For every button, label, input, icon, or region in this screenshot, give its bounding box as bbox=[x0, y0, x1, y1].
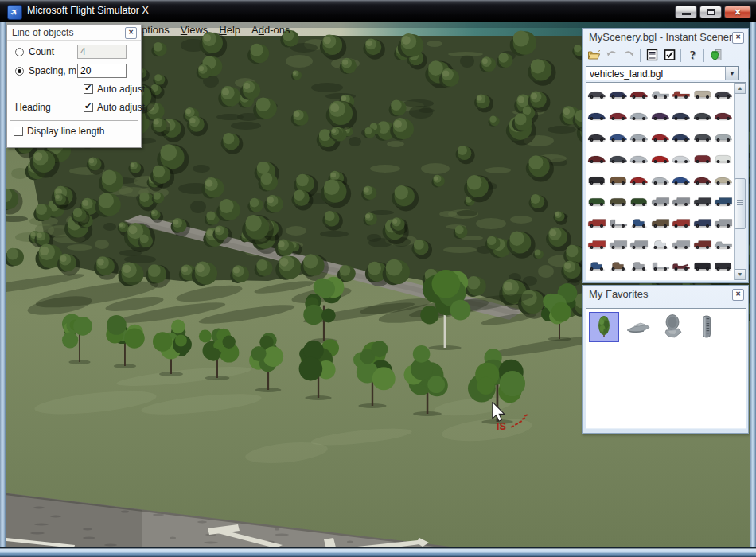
restore-button[interactable] bbox=[699, 6, 722, 18]
spacing-input[interactable] bbox=[77, 64, 127, 78]
vehicle-thumbnail[interactable] bbox=[608, 83, 629, 104]
vehicle-thumbnail[interactable] bbox=[650, 255, 672, 276]
display-length-checkbox[interactable] bbox=[14, 127, 23, 136]
spacing-auto-checkbox[interactable] bbox=[84, 84, 93, 94]
favorite-item-tower[interactable] bbox=[692, 312, 722, 342]
menu-help[interactable]: Help bbox=[213, 22, 246, 38]
vehicle-thumbnail[interactable] bbox=[692, 190, 714, 212]
vehicle-thumbnail[interactable] bbox=[650, 190, 672, 212]
close-button[interactable]: ✕ bbox=[724, 6, 751, 18]
dialog-title-bar[interactable]: Line of objects ✕ bbox=[7, 25, 141, 41]
add-object-icon[interactable] bbox=[707, 46, 724, 64]
vehicle-thumbnail[interactable] bbox=[650, 83, 672, 104]
favorite-item-boat[interactable] bbox=[623, 312, 653, 342]
vehicle-thumbnail[interactable] bbox=[692, 276, 714, 281]
vehicle-thumbnail[interactable] bbox=[671, 83, 692, 104]
vehicle-thumbnail[interactable] bbox=[650, 276, 672, 281]
vehicle-thumbnail[interactable] bbox=[713, 190, 735, 212]
favorites-panel-close-icon[interactable]: ✕ bbox=[732, 289, 744, 301]
vehicle-thumbnail[interactable] bbox=[713, 212, 735, 233]
redo-icon[interactable] bbox=[620, 46, 637, 64]
count-radio[interactable] bbox=[15, 48, 24, 56]
vehicle-thumbnail[interactable] bbox=[650, 169, 672, 190]
object-list-icon[interactable] bbox=[643, 46, 661, 64]
vehicle-thumbnail[interactable] bbox=[608, 233, 629, 255]
vehicle-thumbnail[interactable] bbox=[713, 255, 735, 276]
vehicle-thumbnail[interactable] bbox=[629, 104, 650, 126]
vehicle-thumbnail[interactable] bbox=[586, 147, 608, 169]
vehicle-thumbnail[interactable] bbox=[586, 104, 608, 126]
vehicle-thumbnail[interactable] bbox=[650, 233, 672, 255]
vehicle-thumbnail[interactable] bbox=[586, 255, 608, 276]
vehicle-thumbnail[interactable] bbox=[629, 169, 650, 190]
vehicle-thumbnail[interactable] bbox=[608, 169, 629, 190]
menu-views[interactable]: Views bbox=[175, 22, 213, 38]
vehicle-thumbnail[interactable] bbox=[586, 169, 608, 190]
vehicle-thumbnail[interactable] bbox=[713, 147, 735, 169]
favorite-item-statue[interactable] bbox=[657, 312, 688, 342]
vehicle-thumbnail[interactable] bbox=[629, 212, 650, 233]
open-folder-icon[interactable] bbox=[585, 46, 602, 64]
vehicle-scrollbar[interactable]: ▲ ▼ bbox=[734, 83, 746, 280]
vehicle-thumbnail[interactable] bbox=[586, 233, 608, 255]
count-input[interactable] bbox=[77, 45, 127, 59]
favorite-item-tree[interactable] bbox=[589, 312, 619, 342]
vehicle-thumbnail[interactable] bbox=[692, 255, 714, 276]
help-icon[interactable]: ?? bbox=[684, 46, 701, 64]
vehicle-thumbnail[interactable] bbox=[608, 276, 629, 281]
vehicle-thumbnail[interactable] bbox=[671, 233, 692, 255]
dialog-close-icon[interactable]: ✕ bbox=[125, 27, 137, 39]
spacing-radio[interactable] bbox=[15, 67, 24, 76]
scroll-down-icon[interactable]: ▼ bbox=[735, 269, 746, 280]
vehicle-thumbnail[interactable] bbox=[629, 83, 650, 104]
vehicle-thumbnail[interactable] bbox=[671, 126, 692, 147]
vehicle-thumbnail[interactable] bbox=[629, 255, 650, 276]
vehicle-thumbnail[interactable] bbox=[671, 212, 692, 233]
vehicle-thumbnail[interactable] bbox=[650, 212, 672, 233]
vehicle-thumbnail[interactable] bbox=[713, 126, 735, 147]
vehicle-thumbnail[interactable] bbox=[608, 126, 629, 147]
vehicle-thumbnail[interactable] bbox=[671, 190, 692, 212]
undo-icon[interactable] bbox=[602, 46, 620, 64]
vehicle-thumbnail[interactable] bbox=[692, 212, 714, 233]
vehicle-thumbnail[interactable] bbox=[713, 276, 735, 281]
vehicle-thumbnail[interactable] bbox=[692, 147, 714, 169]
vehicle-thumbnail[interactable] bbox=[629, 233, 650, 255]
library-dropdown[interactable]: vehicles_land.bgl ▼ bbox=[586, 66, 739, 80]
vehicle-thumbnail[interactable] bbox=[692, 83, 714, 104]
vehicle-thumbnail[interactable] bbox=[692, 169, 714, 190]
vehicle-thumbnail[interactable] bbox=[629, 190, 650, 212]
chevron-down-icon[interactable]: ▼ bbox=[725, 67, 738, 80]
select-check-icon[interactable] bbox=[661, 46, 678, 64]
vehicle-thumbnail[interactable] bbox=[650, 147, 672, 169]
vehicle-thumbnail[interactable] bbox=[608, 212, 629, 233]
menu-addons[interactable]: Add-ons bbox=[246, 22, 295, 38]
vehicle-thumbnail[interactable] bbox=[586, 276, 608, 281]
vehicle-thumbnail[interactable] bbox=[671, 104, 692, 126]
vehicle-thumbnail[interactable] bbox=[692, 126, 714, 147]
vehicle-thumbnail[interactable] bbox=[629, 276, 650, 281]
vehicle-thumbnail[interactable] bbox=[608, 255, 629, 276]
vehicle-thumbnail[interactable] bbox=[671, 255, 692, 276]
vehicle-thumbnail[interactable] bbox=[671, 147, 692, 169]
vehicle-thumbnail[interactable] bbox=[713, 233, 735, 255]
vehicle-thumbnail[interactable] bbox=[608, 104, 629, 126]
vehicle-thumbnail[interactable] bbox=[713, 104, 735, 126]
vehicle-thumbnail[interactable] bbox=[671, 276, 692, 281]
vehicle-thumbnail[interactable] bbox=[586, 190, 608, 212]
scroll-up-icon[interactable]: ▲ bbox=[735, 83, 746, 94]
vehicle-thumbnail[interactable] bbox=[629, 147, 650, 169]
scroll-thumb[interactable] bbox=[735, 178, 746, 229]
vehicle-thumbnail[interactable] bbox=[608, 190, 629, 212]
vehicle-thumbnail[interactable] bbox=[692, 233, 714, 255]
vehicle-thumbnail[interactable] bbox=[608, 147, 629, 169]
minimize-button[interactable] bbox=[675, 6, 697, 18]
title-bar[interactable]: ✈ Microsoft Flight Simulator X ✕ bbox=[0, 0, 756, 22]
vehicle-thumbnail[interactable] bbox=[586, 126, 608, 147]
vehicle-thumbnail[interactable] bbox=[650, 104, 672, 126]
simulator-viewport[interactable]: OptionsViewsHelpAdd-ons Line of objects … bbox=[6, 22, 750, 547]
heading-auto-checkbox[interactable] bbox=[84, 103, 93, 112]
vehicle-thumbnail[interactable] bbox=[650, 126, 672, 147]
vehicle-thumbnail[interactable] bbox=[713, 169, 735, 190]
vehicle-thumbnail[interactable] bbox=[692, 104, 714, 126]
